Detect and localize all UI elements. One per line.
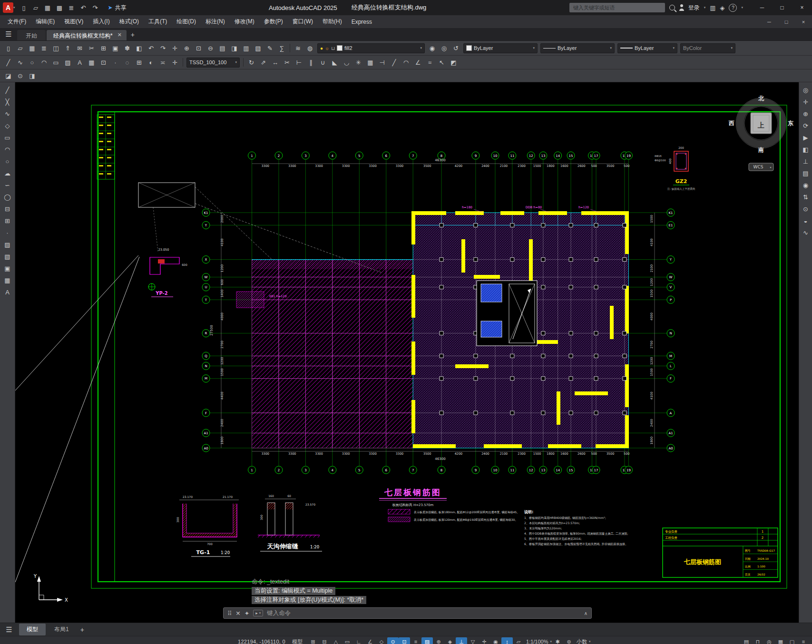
minimize-button[interactable]: ─	[752, 0, 772, 15]
menu-item[interactable]: 修改(M)	[230, 18, 259, 26]
revision-cloud-icon[interactable]: ☁	[1, 167, 14, 179]
dynamic-input-icon[interactable]: ▭	[342, 637, 353, 644]
copy-icon[interactable]: ⊞	[133, 57, 145, 68]
qnew-icon[interactable]: ▯	[2, 43, 14, 53]
layer-previous-icon[interactable]: ↺	[450, 43, 462, 53]
table-icon[interactable]: ▦	[1, 274, 14, 286]
chamfer-icon[interactable]: ◣	[329, 57, 341, 68]
close-button[interactable]: ×	[792, 0, 812, 15]
layer-lock-icon[interactable]: ⊔	[331, 46, 335, 51]
walk-icon[interactable]: ⇅	[800, 191, 812, 203]
ucs-icon[interactable]: ⊥	[800, 156, 812, 167]
customization-icon[interactable]: ≡	[798, 637, 809, 644]
chevron-down-icon[interactable]: ▾	[533, 46, 535, 50]
plot-preview-icon[interactable]: ◫	[50, 43, 62, 53]
layout-menu-icon[interactable]: ☰	[0, 625, 18, 634]
menu-item[interactable]: 标注(N)	[201, 18, 230, 26]
object-snap-icon[interactable]: ⊡	[399, 637, 410, 644]
visual-styles-icon[interactable]: ◨	[26, 70, 38, 81]
named-views-icon[interactable]: ▤	[800, 167, 812, 179]
hatch-icon[interactable]: ▨	[1, 239, 14, 250]
autocad-logo[interactable]: A	[3, 2, 13, 13]
annotation-scale-icon[interactable]: ▱	[513, 637, 524, 644]
stretch-icon[interactable]: ↔	[269, 57, 281, 68]
rectangle-icon[interactable]: ▭	[50, 57, 62, 68]
plot-icon[interactable]: ≣	[66, 2, 78, 13]
isometric-drafting-icon[interactable]: ◇	[376, 637, 387, 644]
tab-model[interactable]: 模型	[19, 624, 46, 635]
viewcube-icon[interactable]: ◧	[800, 144, 812, 155]
chevron-down-icon[interactable]: ▾	[420, 46, 422, 50]
tab-close-icon[interactable]: ✕	[117, 32, 122, 40]
login-caret-icon[interactable]: ▾	[704, 6, 706, 10]
user-icon[interactable]	[679, 5, 684, 10]
section-icon[interactable]: ◒	[800, 215, 812, 226]
fillet-icon[interactable]: ◡	[341, 57, 352, 68]
annotation-scale-value[interactable]: 1:1/100%	[524, 639, 550, 644]
new-file-icon[interactable]: ▯	[18, 2, 30, 13]
grid-icon[interactable]: ⊞	[307, 637, 319, 644]
chevron-down-icon[interactable]: ▾	[235, 60, 237, 64]
save-icon[interactable]: ▦	[42, 2, 54, 13]
lineweight-icon[interactable]: ≡	[410, 637, 421, 644]
offset-icon[interactable]: ≍	[157, 57, 169, 68]
3d-object-snap-icon[interactable]: ◈	[444, 637, 456, 644]
dim-continue-icon[interactable]: ≈	[424, 57, 436, 68]
new-tab-button[interactable]: +	[127, 31, 139, 40]
transparency-icon[interactable]: ▨	[421, 637, 433, 644]
gradient-icon[interactable]: ▧	[1, 251, 14, 262]
array-icon[interactable]: ▦	[364, 57, 376, 68]
infer-constraints-icon[interactable]: △	[330, 637, 342, 644]
attach-image-icon[interactable]: ◪	[2, 70, 14, 81]
logo-caret-icon[interactable]: ▾	[13, 6, 15, 10]
open-icon[interactable]: ▱	[14, 43, 26, 53]
color-dropdown[interactable]: ByLayer ▾	[463, 43, 538, 53]
tab-start[interactable]: 开始	[17, 30, 46, 40]
chevron-down-icon[interactable]: ▾	[610, 46, 612, 50]
doc-close-button[interactable]: ×	[795, 15, 812, 28]
arc-icon[interactable]: ◠	[1, 144, 14, 155]
menu-item[interactable]: Express	[347, 19, 377, 25]
ortho-icon[interactable]: ∟	[353, 637, 364, 644]
zoom-realtime-icon[interactable]: ⊕	[181, 43, 193, 53]
command-input[interactable]: 键入命令	[267, 609, 291, 617]
menu-item[interactable]: 格式(O)	[115, 18, 144, 26]
rotate-icon[interactable]: ↻	[245, 57, 257, 68]
dim-radius-icon[interactable]: ◠	[400, 57, 412, 68]
motion-path-icon[interactable]: ∿	[800, 227, 812, 238]
arc-icon[interactable]: ◠	[38, 57, 50, 68]
command-close-icon[interactable]: ✕	[235, 610, 240, 617]
layer-properties-icon[interactable]: ≋	[292, 43, 304, 53]
gizmo-icon[interactable]: ✛	[479, 637, 490, 644]
tab-drawing[interactable]: 经典高位转换框支结构* ✕	[47, 30, 127, 40]
help-icon[interactable]: ?	[729, 4, 737, 12]
zoom-window-icon[interactable]: ⊡	[193, 43, 205, 53]
multileader-icon[interactable]: ↖	[436, 57, 448, 68]
annotation-visibility-icon[interactable]: ◉	[490, 637, 501, 644]
polar-tracking-icon[interactable]: ∠	[364, 637, 376, 644]
menu-item[interactable]: 窗口(W)	[288, 18, 318, 26]
properties-icon[interactable]: ▤	[216, 43, 228, 53]
doc-minimize-button[interactable]: ─	[761, 15, 778, 28]
construction-line-icon[interactable]: ╳	[1, 96, 14, 107]
maximize-button[interactable]: □	[772, 0, 792, 15]
help-caret-icon[interactable]: ▾	[741, 6, 743, 10]
make-block-icon[interactable]: ⊞	[1, 215, 14, 226]
steering-wheel-icon[interactable]: ◉	[800, 179, 812, 191]
dim-angular-icon[interactable]: ∠	[412, 57, 424, 68]
recent-commands-button[interactable]: ▸▾	[253, 610, 263, 616]
menu-item[interactable]: 绘图(D)	[172, 18, 201, 26]
circle-icon[interactable]: ○	[26, 57, 38, 68]
pan-icon[interactable]: ✛	[800, 96, 812, 107]
join-icon[interactable]: ∪	[317, 57, 329, 68]
drawing-canvas[interactable]: 1122334455667788991010111112121313141415…	[15, 82, 799, 623]
chevron-down-icon[interactable]: ▾	[589, 640, 591, 644]
doc-restore-button[interactable]: □	[778, 15, 795, 28]
circle-icon[interactable]: ○	[1, 156, 14, 167]
chevron-down-icon[interactable]: ▾	[731, 46, 733, 50]
menu-item[interactable]: 视图(V)	[59, 18, 88, 26]
graphics-performance-icon[interactable]: ▦	[775, 637, 786, 644]
rectangle-icon[interactable]: ▭	[1, 132, 14, 143]
redo-icon[interactable]: ↷	[89, 2, 101, 13]
sheetset-manager-icon[interactable]: ▧	[252, 43, 264, 53]
